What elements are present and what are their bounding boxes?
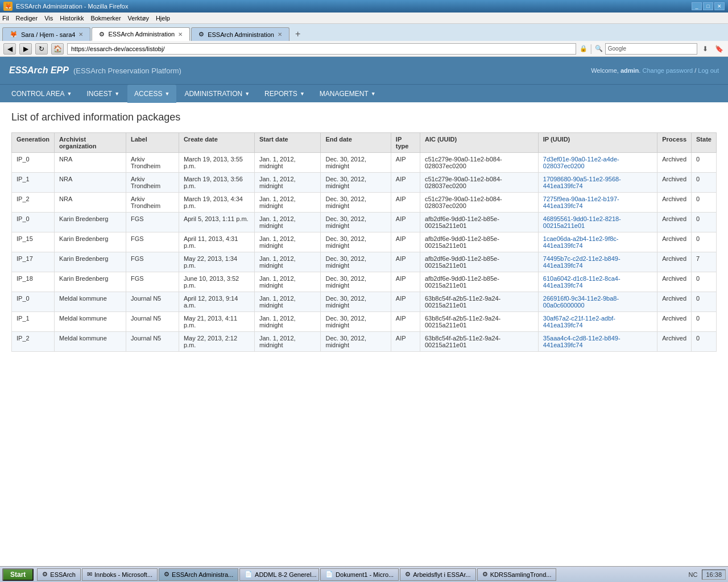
cell-ip-uuid-link[interactable]: 7275f9ea-90aa-11e2-b197-441ea139fc74 (543, 196, 619, 209)
reload-button[interactable]: ↻ (35, 43, 48, 55)
download-icon[interactable]: ⬇ (700, 43, 711, 55)
app-logo: ESSArch EPP (ESSArch Preservation Platfo… (9, 65, 181, 76)
nav-ingest[interactable]: INGEST ▼ (80, 85, 127, 103)
cell-archivist-org: Meldal kommune (55, 312, 126, 332)
menu-rediger[interactable]: Rediger (16, 15, 38, 22)
tab-sara[interactable]: 🦊 Sara / Hjem - sara4 ✕ (2, 27, 90, 41)
cell-ip-uuid[interactable]: 610a6042-d1c8-11e2-8ca4-441ea139fc74 (538, 272, 657, 292)
cell-ip-type: AIP (391, 332, 420, 352)
cell-ip-uuid-link[interactable]: 7d3ef01e-90a0-11e2-a4de-028037ec0200 (543, 156, 619, 169)
cell-ip-uuid[interactable]: 35aaa4c4-c2d8-11e2-b849-441ea139fc74 (538, 332, 657, 352)
menu-verktoy[interactable]: Verktøy (128, 15, 149, 22)
nav-ingest-label: INGEST (87, 90, 113, 98)
browser-title: ESSArch Administration - Mozilla Firefox (16, 3, 128, 10)
nav-management[interactable]: MANAGEMENT ▼ (313, 85, 383, 103)
cell-ip-type: AIP (391, 312, 420, 332)
forward-button[interactable]: ▶ (19, 43, 32, 55)
search-input[interactable] (628, 44, 697, 53)
cell-aic-uuid: afb2df6e-9dd0-11e2-b85e-00215a211e01 (420, 232, 538, 252)
cell-process: Archived (657, 213, 692, 232)
nav-management-label: MANAGEMENT (320, 90, 369, 98)
cell-ip-uuid-link[interactable]: 46895561-9dd0-11e2-8218-00215a211e01 (543, 215, 621, 229)
cell-ip-uuid-link[interactable]: 1cae06da-a2b4-11e2-9f8c-441ea139fc74 (543, 235, 619, 249)
cell-aic-uuid: 63b8c54f-a2b5-11e2-9a24-00215a211e01 (420, 332, 538, 352)
cell-archivist-org: Karin Bredenberg (55, 272, 126, 292)
nav-ingest-arrow: ▼ (114, 91, 119, 97)
cell-ip-uuid[interactable]: 7275f9ea-90aa-11e2-b197-441ea139fc74 (538, 193, 657, 213)
menu-historikk[interactable]: Historikk (60, 15, 84, 22)
col-ip-uuid: IP (UUID) (538, 133, 657, 153)
cell-aic-uuid: c51c279e-90a0-11e2-b084-028037ec0200 (420, 173, 538, 193)
nav-administration-label: ADMINISTRATION (184, 90, 242, 98)
change-password-link[interactable]: Change password (642, 67, 693, 74)
bookmarks-icon[interactable]: 🔖 (713, 43, 725, 55)
tab-essarch-1-icon: ⚙ (99, 31, 105, 38)
window-controls[interactable]: _ □ ✕ (692, 2, 725, 10)
col-process: Process (657, 133, 692, 153)
welcome-text: Welcome, (591, 67, 619, 74)
back-button[interactable]: ◀ (3, 43, 16, 55)
cell-ip-uuid[interactable]: 266916f0-9c34-11e2-9ba8-00a0c6000000 (538, 292, 657, 312)
nav-reports[interactable]: REPORTS ▼ (258, 85, 312, 103)
menu-bokmerker[interactable]: Bokmerker (90, 15, 121, 22)
cell-end-date: Dec. 30, 2012, midnight (321, 292, 391, 312)
cell-ip-uuid[interactable]: 17098680-90a5-11e2-9568-441ea139fc74 (538, 173, 657, 193)
cell-ip-uuid-link[interactable]: 74495b7c-c2d2-11e2-b849-441ea139fc74 (543, 255, 621, 269)
home-button[interactable]: 🏠 (51, 43, 64, 55)
tab-bar: 🦊 Sara / Hjem - sara4 ✕ ⚙ ESSArch Admini… (0, 24, 728, 41)
new-tab-button[interactable]: + (291, 27, 305, 41)
cell-process: Archived (657, 153, 692, 173)
cell-ip-uuid-link[interactable]: 30af67a2-c21f-11e2-adbf-441ea139fc74 (543, 315, 615, 329)
cell-label: Journal N5 (126, 292, 179, 312)
cell-process: Archived (657, 193, 692, 213)
tab-essarch-2[interactable]: ⚙ ESSArch Administration ✕ (191, 27, 289, 41)
cell-generation: IP_15 (12, 232, 55, 252)
menu-fil[interactable]: Fil (2, 15, 9, 22)
cell-ip-uuid[interactable]: 30af67a2-c21f-11e2-adbf-441ea139fc74 (538, 312, 657, 332)
cell-ip-uuid[interactable]: 1cae06da-a2b4-11e2-9f8c-441ea139fc74 (538, 232, 657, 252)
cell-ip-uuid[interactable]: 46895561-9dd0-11e2-8218-00215a211e01 (538, 213, 657, 232)
cell-label: Journal N5 (126, 332, 179, 352)
cell-ip-uuid-link[interactable]: 266916f0-9c34-11e2-9ba8-00a0c6000000 (543, 295, 619, 309)
nav-administration[interactable]: ADMINISTRATION ▼ (177, 85, 257, 103)
cell-ip-type: AIP (391, 173, 420, 193)
tab-essarch-1-close[interactable]: ✕ (178, 31, 183, 38)
cell-ip-uuid-link[interactable]: 35aaa4c4-c2d8-11e2-b849-441ea139fc74 (543, 335, 621, 348)
cell-generation: IP_2 (12, 193, 55, 213)
logout-link[interactable]: Log out (698, 67, 719, 74)
cell-label: FGS (126, 252, 179, 272)
cell-ip-uuid[interactable]: 7d3ef01e-90a0-11e2-a4de-028037ec0200 (538, 153, 657, 173)
google-label: 🔍 (595, 45, 603, 52)
app-header: ESSArch EPP (ESSArch Preservation Platfo… (0, 57, 728, 84)
cell-state: 0 (692, 173, 717, 193)
nav-access[interactable]: ACCESS ▼ (127, 85, 176, 103)
nav-control-area-arrow: ▼ (67, 91, 72, 97)
nav-control-area[interactable]: CONTROL AREA ▼ (5, 85, 79, 103)
cell-state: 0 (692, 232, 717, 252)
cell-end-date: Dec. 30, 2012, midnight (321, 272, 391, 292)
col-end-date: End date (321, 133, 391, 153)
cell-create-date: April 5, 2013, 1:11 p.m. (179, 213, 254, 232)
minimize-button[interactable]: _ (692, 2, 702, 10)
cell-aic-uuid: afb2df6e-9dd0-11e2-b85e-00215a211e01 (420, 213, 538, 232)
tab-essarch-2-close[interactable]: ✕ (278, 31, 282, 38)
cell-state: 0 (692, 193, 717, 213)
cell-end-date: Dec. 30, 2012, midnight (321, 153, 391, 173)
cell-ip-uuid[interactable]: 74495b7c-c2d2-11e2-b849-441ea139fc74 (538, 252, 657, 272)
address-input[interactable] (67, 43, 576, 55)
tab-essarch-1[interactable]: ⚙ ESSArch Administration ✕ (92, 27, 190, 41)
cell-end-date: Dec. 30, 2012, midnight (321, 232, 391, 252)
maximize-button[interactable]: □ (703, 2, 713, 10)
menu-hjelp[interactable]: Hjelp (156, 15, 170, 22)
search-container[interactable]: Google (605, 43, 697, 55)
cell-create-date: May 21, 2013, 4:11 p.m. (179, 312, 254, 332)
close-button[interactable]: ✕ (714, 2, 725, 10)
cell-generation: IP_0 (12, 292, 55, 312)
cell-label: FGS (126, 272, 179, 292)
menu-vis[interactable]: Vis (44, 15, 53, 22)
table-row: IP_18Karin BredenbergFGSJune 10, 2013, 3… (12, 272, 717, 292)
cell-archivist-org: Karin Bredenberg (55, 232, 126, 252)
cell-ip-uuid-link[interactable]: 17098680-90a5-11e2-9568-441ea139fc74 (543, 176, 621, 189)
tab-sara-close[interactable]: ✕ (78, 31, 83, 38)
cell-ip-uuid-link[interactable]: 610a6042-d1c8-11e2-8ca4-441ea139fc74 (543, 275, 621, 289)
